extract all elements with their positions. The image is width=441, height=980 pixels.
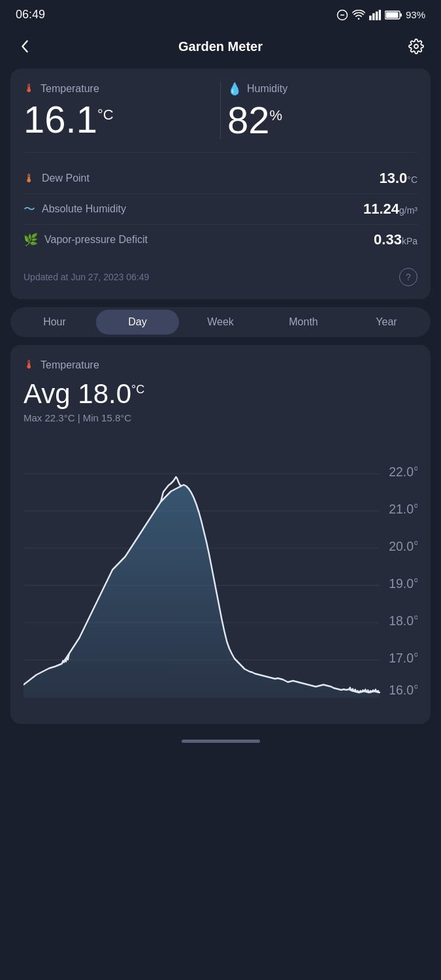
tab-year[interactable]: Year — [345, 310, 428, 335]
top-nav: Garden Meter — [0, 27, 441, 69]
svg-rect-2 — [369, 15, 372, 20]
humidity-label: 💧 Humidity — [227, 82, 417, 96]
abs-humidity-value: 11.24g/m³ — [363, 201, 417, 218]
settings-button[interactable] — [404, 35, 428, 58]
dewpoint-icon: 🌡 — [24, 172, 35, 186]
svg-text:21.0°: 21.0° — [389, 502, 417, 516]
tab-week[interactable]: Week — [179, 310, 262, 335]
dew-point-value: 13.0°C — [379, 170, 417, 187]
gear-icon — [408, 39, 424, 54]
chart-minmax: Max 22.3°C | Min 15.8°C — [24, 412, 417, 423]
chart-thermometer-icon: 🌡 — [24, 358, 35, 372]
metrics-row: 🌡 Temperature 16.1°C 💧 Humidity 82% — [24, 82, 417, 139]
temperature-value: 16.1°C — [24, 101, 214, 139]
tab-hour[interactable]: Hour — [13, 310, 96, 335]
vpd-row: 🌿 Vapor-pressure Deficit 0.33kPa — [24, 225, 417, 255]
humidity-block: 💧 Humidity 82% — [227, 82, 417, 139]
bottom-bar — [0, 729, 441, 753]
back-button[interactable] — [13, 35, 37, 58]
dew-point-row: 🌡 Dew Point 13.0°C — [24, 163, 417, 194]
status-icons: 93% — [336, 9, 425, 21]
thermometer-icon: 🌡 — [24, 82, 35, 95]
svg-text:16.0°: 16.0° — [389, 683, 417, 697]
signal-icon — [369, 10, 381, 20]
tabs-bar: Hour Day Week Month Year — [10, 307, 431, 337]
temperature-block: 🌡 Temperature 16.1°C — [24, 82, 214, 139]
humidity-value: 82% — [227, 101, 417, 139]
svg-text:18.0°: 18.0° — [389, 613, 417, 628]
chart-title: Temperature — [41, 359, 99, 371]
info-button[interactable]: ? — [399, 268, 417, 286]
wifi-icon — [352, 10, 365, 20]
status-time: 06:49 — [16, 8, 45, 22]
svg-text:17.0°: 17.0° — [389, 651, 417, 665]
page-title: Garden Meter — [178, 39, 263, 54]
svg-rect-4 — [376, 11, 378, 20]
chart-container: 22.0° 21.0° 20.0° 19.0° 18.0° 17.0° 16.0… — [24, 436, 417, 698]
svg-rect-7 — [400, 13, 402, 16]
chart-avg-value: Avg 18.0°C — [24, 378, 417, 410]
metrics-divider — [220, 82, 221, 139]
vpd-value: 0.33kPa — [374, 231, 417, 248]
svg-rect-8 — [385, 12, 398, 18]
updated-row: Updated at Jun 27, 2023 06:49 ? — [24, 265, 417, 286]
svg-text:19.0°: 19.0° — [389, 576, 417, 591]
abs-humidity-row: 〜 Absolute Humidity 11.24g/m³ — [24, 194, 417, 225]
svg-rect-3 — [372, 13, 375, 20]
svg-rect-5 — [379, 10, 381, 20]
chart-title-row: 🌡 Temperature — [24, 358, 417, 372]
droplet-icon: 💧 — [227, 82, 242, 96]
sub-metrics: 🌡 Dew Point 13.0°C 〜 Absolute Humidity 1… — [24, 152, 417, 255]
vpd-icon: 🌿 — [24, 233, 38, 247]
battery-percentage: 93% — [406, 9, 425, 20]
svg-text:22.0°: 22.0° — [389, 465, 417, 479]
main-card: 🌡 Temperature 16.1°C 💧 Humidity 82% 🌡 De… — [10, 69, 431, 299]
tab-month[interactable]: Month — [262, 310, 345, 335]
temperature-label: 🌡 Temperature — [24, 82, 214, 95]
status-bar: 06:49 93% — [0, 0, 441, 27]
abs-humidity-icon: 〜 — [24, 201, 35, 217]
dnd-icon — [336, 9, 348, 21]
battery-icon — [385, 10, 402, 20]
tab-day[interactable]: Day — [96, 310, 179, 335]
svg-text:20.0°: 20.0° — [389, 539, 417, 553]
svg-point-9 — [414, 44, 418, 48]
temperature-chart: 22.0° 21.0° 20.0° 19.0° 18.0° 17.0° 16.0… — [24, 436, 417, 698]
chart-card: 🌡 Temperature Avg 18.0°C Max 22.3°C | Mi… — [10, 345, 431, 724]
home-indicator — [182, 740, 260, 743]
updated-text: Updated at Jun 27, 2023 06:49 — [24, 272, 149, 282]
